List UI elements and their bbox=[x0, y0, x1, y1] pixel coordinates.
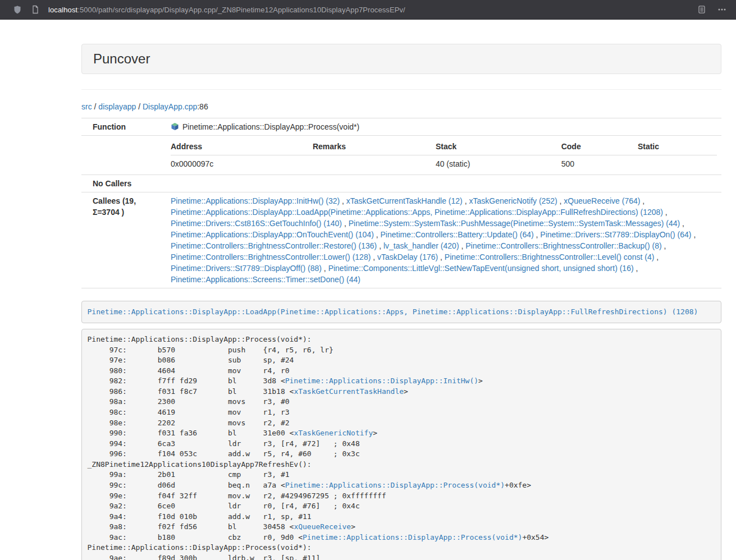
loadapp-symbol-link[interactable]: Pinetime::Applications::DisplayApp::Load… bbox=[88, 307, 698, 316]
code-symbol-link[interactable]: Pinetime::Applications::DisplayApp::Proc… bbox=[303, 533, 522, 541]
function-name-cell: Pinetime::Applications::DisplayApp::Proc… bbox=[166, 118, 721, 136]
table-row-callees: Callees (19, Σ=3704 ) Pinetime::Applicat… bbox=[81, 192, 721, 288]
code-symbol-link[interactable]: Pinetime::Applications::DisplayApp::Proc… bbox=[285, 481, 505, 489]
reader-mode-icon[interactable] bbox=[697, 4, 707, 15]
main-content: Puncover src / displayapp / DisplayApp.c… bbox=[81, 44, 721, 560]
callee-link[interactable]: xQueueReceive (764) bbox=[564, 196, 640, 205]
metrics-table: Address Remarks Stack Code Static 0x0000… bbox=[171, 139, 717, 172]
metrics-header-row: Address Remarks Stack Code Static bbox=[171, 139, 717, 155]
browser-toolbar: localhost:5000/path/src/displayapp/Displ… bbox=[0, 0, 736, 20]
url-bar[interactable]: localhost:5000/path/src/displayapp/Displ… bbox=[48, 6, 689, 14]
url-host: localhost bbox=[48, 6, 77, 14]
loadapp-symbol-box: Pinetime::Applications::DisplayApp::Load… bbox=[81, 301, 721, 323]
divider bbox=[81, 89, 721, 90]
callers-cell bbox=[166, 175, 721, 192]
code-symbol-link[interactable]: xTaskGenericNotify bbox=[294, 429, 373, 437]
breadcrumb: src / displayapp / DisplayApp.cpp:86 bbox=[81, 101, 721, 112]
overflow-menu-icon[interactable] bbox=[717, 4, 727, 15]
page-header-panel: Puncover bbox=[81, 44, 721, 74]
code-symbol-link[interactable]: xQueueReceive bbox=[294, 522, 351, 531]
callee-link[interactable]: Pinetime::Controllers::BrightnessControl… bbox=[171, 241, 377, 250]
callees-cell: Pinetime::Applications::DisplayApp::Init… bbox=[166, 192, 721, 288]
metrics-row-label bbox=[81, 136, 166, 175]
callee-link[interactable]: Pinetime::System::SystemTask::PushMessag… bbox=[349, 219, 680, 228]
url-path: :5000/path/src/displayapp/DisplayApp.cpp… bbox=[77, 6, 405, 14]
breadcrumb-link-displayapp-cpp[interactable]: DisplayApp.cpp bbox=[143, 102, 197, 111]
function-row-label: Function bbox=[81, 118, 166, 136]
col-header-remarks: Remarks bbox=[313, 139, 436, 155]
callee-link[interactable]: Pinetime::Applications::Screens::Timer::… bbox=[171, 275, 360, 284]
function-cube-icon bbox=[171, 122, 179, 131]
col-header-static: Static bbox=[638, 139, 717, 155]
callee-link[interactable]: Pinetime::Applications::DisplayApp::OnTo… bbox=[171, 230, 374, 239]
callee-link[interactable]: Pinetime::Drivers::St7789::DisplayOn() (… bbox=[540, 230, 691, 239]
callees-label: Callees (19, Σ=3704 ) bbox=[81, 192, 166, 288]
breadcrumb-link-displayapp[interactable]: displayapp bbox=[98, 102, 136, 111]
table-row-callers: No Callers bbox=[81, 175, 721, 192]
metrics-value-row: 0x0000097c 40 (static) 500 bbox=[171, 155, 717, 172]
col-header-code: Code bbox=[561, 139, 638, 155]
stack-value: 40 (static) bbox=[436, 155, 561, 172]
static-value bbox=[638, 155, 717, 172]
metrics-cell: Address Remarks Stack Code Static 0x0000… bbox=[166, 136, 721, 175]
callee-link[interactable]: Pinetime::Applications::DisplayApp::Init… bbox=[171, 196, 340, 205]
breadcrumb-link-src[interactable]: src bbox=[81, 102, 92, 111]
breadcrumb-line-number: :86 bbox=[197, 102, 208, 111]
remarks-value bbox=[313, 155, 436, 172]
col-header-stack: Stack bbox=[436, 139, 561, 155]
callee-link[interactable]: Pinetime::Applications::DisplayApp::Load… bbox=[171, 208, 663, 217]
col-header-address: Address bbox=[171, 139, 313, 155]
callee-link[interactable]: Pinetime::Controllers::BrightnessControl… bbox=[445, 253, 654, 261]
breadcrumb-separator: / bbox=[92, 102, 99, 111]
page-info-icon[interactable] bbox=[30, 4, 40, 15]
table-row-function: Function Pinetime::Applications::Display… bbox=[81, 118, 721, 136]
callee-link[interactable]: Pinetime::Controllers::Battery::Update()… bbox=[381, 230, 534, 239]
shield-icon[interactable] bbox=[12, 4, 22, 15]
assembly-code-block: Pinetime::Applications::DisplayApp::Proc… bbox=[81, 329, 721, 560]
callee-link[interactable]: Pinetime::Drivers::Cst816S::GetTouchInfo… bbox=[171, 219, 342, 228]
callee-link[interactable]: xTaskGetCurrentTaskHandle (12) bbox=[346, 196, 463, 205]
callee-link[interactable]: xTaskGenericNotify (252) bbox=[469, 196, 557, 205]
breadcrumb-separator: / bbox=[136, 102, 143, 111]
code-value: 500 bbox=[561, 155, 638, 172]
callee-link[interactable]: vTaskDelay (176) bbox=[377, 253, 438, 261]
page-title: Puncover bbox=[93, 52, 710, 66]
function-info-table: Function Pinetime::Applications::Display… bbox=[81, 118, 721, 288]
address-value: 0x0000097c bbox=[171, 155, 313, 172]
callee-link[interactable]: Pinetime::Controllers::BrightnessControl… bbox=[465, 241, 661, 250]
no-callers-label: No Callers bbox=[81, 175, 166, 192]
table-row-metrics: Address Remarks Stack Code Static 0x0000… bbox=[81, 136, 721, 175]
callee-link[interactable]: Pinetime::Components::LittleVgl::SetNewT… bbox=[328, 264, 634, 273]
callees-list: Pinetime::Applications::DisplayApp::Init… bbox=[171, 195, 717, 285]
code-symbol-link[interactable]: Pinetime::Applications::DisplayApp::Init… bbox=[285, 377, 478, 385]
callee-link[interactable]: lv_task_handler (420) bbox=[383, 241, 459, 250]
callee-link[interactable]: Pinetime::Controllers::BrightnessControl… bbox=[171, 253, 371, 261]
toolbar-right-cluster bbox=[697, 4, 729, 15]
function-name: Pinetime::Applications::DisplayApp::Proc… bbox=[182, 122, 359, 131]
callee-link[interactable]: Pinetime::Drivers::St7789::DisplayOff() … bbox=[171, 264, 322, 273]
code-symbol-link[interactable]: xTaskGetCurrentTaskHandle bbox=[294, 387, 404, 396]
